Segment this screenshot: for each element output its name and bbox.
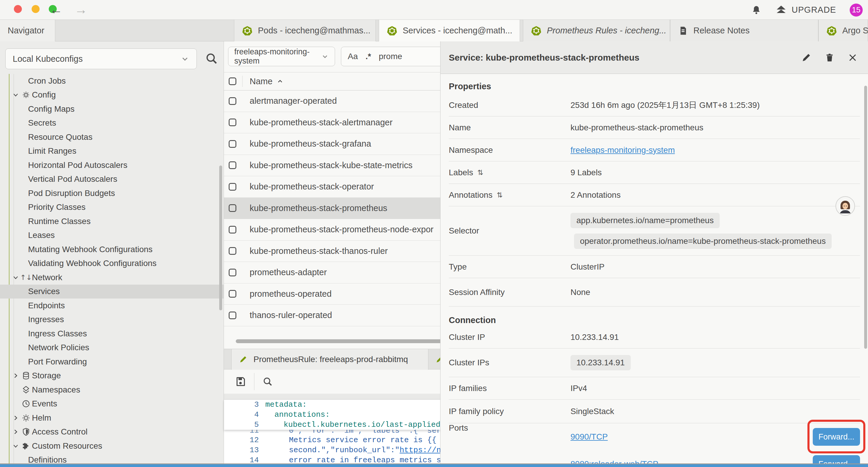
save-icon[interactable]: [235, 376, 246, 387]
table-row[interactable]: kube-prometheus-stack-kube-state-metrics: [224, 155, 454, 176]
expand-updown-icon[interactable]: ⇅: [477, 169, 483, 177]
row-checkbox[interactable]: [229, 312, 236, 319]
row-checkbox[interactable]: [229, 269, 236, 276]
sidebar-item-runtime-classes[interactable]: Runtime Classes: [0, 214, 224, 229]
tab-navigator[interactable]: Navigator: [0, 20, 55, 41]
delete-trash-icon[interactable]: [825, 52, 835, 63]
chevron-down-icon[interactable]: [11, 274, 20, 282]
sidebar-scrollbar[interactable]: [219, 166, 222, 310]
table-row[interactable]: kube-prometheus-stack-thanos-ruler: [224, 241, 454, 262]
notification-count-badge[interactable]: 15: [850, 4, 863, 17]
port-link[interactable]: 9090/TCP: [570, 432, 608, 442]
tab-argo[interactable]: Argo Se: [818, 20, 868, 41]
sidebar-item-secrets[interactable]: Secrets: [0, 116, 224, 130]
sidebar-item-helm[interactable]: Helm: [0, 411, 224, 425]
yaml-editor[interactable]: 3metadata:4annotations:5kubectl.kubernet…: [224, 400, 454, 467]
detail-value: 2 Annotations: [570, 191, 621, 200]
table-row[interactable]: kube-prometheus-stack-alertmanager: [224, 112, 454, 134]
match-case-icon[interactable]: Aa: [348, 52, 358, 61]
namespace-selector[interactable]: freeleaps-monitoring-system: [228, 47, 335, 66]
column-header-name[interactable]: Name: [250, 77, 284, 86]
assistant-avatar[interactable]: [836, 196, 855, 216]
sidebar-item-limit-ranges[interactable]: Limit Ranges: [0, 144, 224, 158]
puzzle-icon: [20, 442, 32, 450]
sidebar-item-label: Leases: [28, 231, 55, 240]
sidebar-item-vertical-pod-autoscalers[interactable]: Vertical Pod Autoscalers: [0, 172, 224, 186]
sidebar-item-network-policies[interactable]: Network Policies: [0, 341, 224, 355]
row-checkbox[interactable]: [229, 226, 236, 233]
drawer-scrollbar[interactable]: [864, 86, 867, 349]
sidebar-item-leases[interactable]: Leases: [0, 229, 224, 243]
table-horizontal-scrollbar[interactable]: [236, 339, 442, 343]
table-row[interactable]: kube-prometheus-stack-prometheus: [224, 198, 454, 219]
table-row[interactable]: prometheus-adapter: [224, 262, 454, 284]
namespace-link[interactable]: freeleaps-monitoring-system: [570, 145, 675, 154]
sidebar-item-pod-disruption-budgets[interactable]: Pod Disruption Budgets: [0, 186, 224, 200]
editor-search-icon[interactable]: [262, 376, 273, 387]
row-checkbox[interactable]: [229, 183, 236, 191]
sidebar-item-cron-jobs[interactable]: Cron Jobs: [0, 74, 224, 88]
row-checkbox[interactable]: [229, 290, 236, 298]
table-row[interactable]: kube-prometheus-stack-grafana: [224, 133, 454, 155]
row-checkbox[interactable]: [229, 162, 236, 169]
table-row[interactable]: kube-prometheus-stack-prometheus-node-ex…: [224, 219, 454, 241]
chevron-down-icon[interactable]: [11, 91, 20, 99]
tab-pods[interactable]: Pods - icecheng@mathmas...: [234, 20, 376, 41]
forward-arrow-icon[interactable]: →: [74, 2, 88, 17]
chevron-right-icon[interactable]: [11, 428, 20, 436]
editor-tab-prometheusrule[interactable]: PrometheusRule: freeleaps-prod-rabbitmq: [231, 349, 428, 370]
expand-updown-icon[interactable]: ⇅: [497, 191, 502, 199]
chevron-right-icon[interactable]: [11, 414, 20, 422]
sidebar-item-custom-resources[interactable]: Custom Resources: [0, 439, 224, 453]
sidebar-item-endpoints[interactable]: Endpoints: [0, 298, 224, 313]
sidebar-item-access-control[interactable]: Access Control: [0, 425, 224, 439]
chevron-right-icon[interactable]: [11, 372, 20, 380]
tab-services[interactable]: Services - icecheng@math...×: [379, 20, 520, 41]
sidebar-item-resource-quotas[interactable]: Resource Quotas: [0, 130, 224, 144]
regex-icon[interactable]: .*: [366, 52, 371, 61]
sidebar-item-services[interactable]: Services: [0, 285, 224, 299]
table-row[interactable]: kube-prometheus-stack-operator: [224, 176, 454, 198]
sidebar-item-validating-webhook-configurations[interactable]: Validating Webhook Configurations: [0, 257, 224, 271]
bell-icon[interactable]: [751, 5, 762, 16]
sidebar-item-mutating-webhook-configurations[interactable]: Mutating Webhook Configurations: [0, 242, 224, 257]
sidebar-item-ingresses[interactable]: Ingresses: [0, 313, 224, 327]
sidebar-item-config-maps[interactable]: Config Maps: [0, 102, 224, 116]
sidebar-item-ingress-classes[interactable]: Ingress Classes: [0, 327, 224, 341]
back-arrow-icon[interactable]: ←: [50, 2, 63, 17]
row-checkbox[interactable]: [229, 119, 236, 126]
sidebar-item-label: Network Policies: [28, 343, 89, 352]
row-checkbox[interactable]: [229, 140, 236, 148]
sidebar-item-port-forwarding[interactable]: Port Forwarding: [0, 355, 224, 369]
sidebar-item-horizontal-pod-autoscalers[interactable]: Horizontal Pod Autoscalers: [0, 158, 224, 172]
table-row[interactable]: alertmanager-operated: [224, 90, 454, 112]
forward-button[interactable]: Forward...: [813, 428, 860, 446]
tab-release[interactable]: Release Notes: [670, 20, 818, 41]
detail-label: Created: [449, 100, 478, 110]
table-row[interactable]: prometheus-operated: [224, 284, 454, 305]
sidebar-item-priority-classes[interactable]: Priority Classes: [0, 200, 224, 214]
sidebar-item-storage[interactable]: Storage: [0, 369, 224, 383]
row-checkbox[interactable]: [229, 247, 236, 255]
filter-input[interactable]: Aa .* prome: [341, 47, 453, 66]
tab-prometheus[interactable]: Prometheus Rules - icecheng...: [523, 20, 670, 41]
table-row[interactable]: thanos-ruler-operated: [224, 305, 454, 326]
tab-strip: Navigator Pods - icecheng@mathmas...Serv…: [0, 20, 868, 41]
search-icon[interactable]: [205, 52, 219, 66]
kubeconfig-selector[interactable]: Local Kubeconfigs: [5, 49, 197, 69]
close-icon[interactable]: [848, 53, 858, 63]
edit-pencil-icon[interactable]: [801, 52, 812, 63]
chevron-down-icon[interactable]: [11, 442, 20, 450]
close-window-button[interactable]: [14, 5, 22, 13]
sidebar-item-network[interactable]: ↑↓Network: [0, 270, 224, 285]
row-checkbox[interactable]: [229, 97, 236, 105]
upgrade-button[interactable]: UPGRADE: [775, 4, 836, 16]
sidebar-item-label: Priority Classes: [28, 202, 85, 212]
sidebar-item-config[interactable]: Config: [0, 88, 224, 102]
minimize-window-button[interactable]: [32, 5, 39, 13]
select-all-checkbox[interactable]: [229, 78, 236, 85]
sidebar-item-events[interactable]: Events: [0, 397, 224, 411]
row-checkbox[interactable]: [229, 204, 236, 212]
sidebar-item-namespaces[interactable]: Namespaces: [0, 383, 224, 397]
service-name: kube-prometheus-stack-prometheus: [250, 203, 387, 213]
